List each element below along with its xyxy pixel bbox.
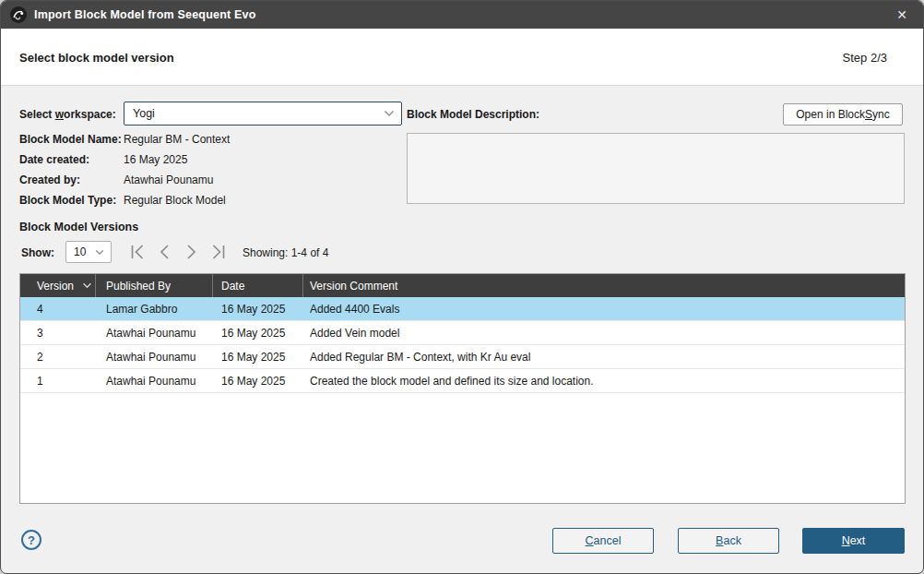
- previous-page-icon[interactable]: [154, 243, 174, 261]
- leapfrog-app-icon: [9, 6, 28, 24]
- cancel-button[interactable]: Cancel: [552, 528, 654, 554]
- pagination: [127, 243, 228, 261]
- cell-published-by: Atawhai Pounamu: [96, 375, 213, 388]
- block-model-type-label: Block Model Type:: [19, 194, 116, 207]
- step-indicator: Step 2/3: [843, 51, 887, 65]
- show-label: Show:: [21, 246, 54, 259]
- sort-descending-icon: [82, 282, 92, 289]
- workspace-dropdown[interactable]: Yogi: [124, 102, 402, 126]
- showing-range-text: Showing: 1-4 of 4: [243, 246, 328, 259]
- cell-version: 2: [20, 351, 96, 364]
- column-header-version-comment[interactable]: Version Comment: [303, 274, 905, 297]
- table-row-version-3[interactable]: 3 Atawhai Pounamu 16 May 2025 Added Vein…: [20, 321, 905, 345]
- created-by-value: Atawhai Pounamu: [124, 173, 213, 186]
- column-header-date[interactable]: Date: [213, 274, 303, 297]
- block-model-type-value: Regular Block Model: [124, 194, 226, 207]
- block-model-versions-title: Block Model Versions: [19, 221, 138, 233]
- block-model-name-label: Block Model Name:: [19, 133, 122, 146]
- close-icon[interactable]: ✕: [881, 1, 923, 29]
- cell-comment: Added Regular BM - Context, with Kr Au e…: [303, 351, 905, 364]
- back-button[interactable]: Back: [678, 528, 779, 554]
- window-title: Import Block Model from Seequent Evo: [34, 8, 256, 21]
- show-count-value: 10: [74, 245, 86, 258]
- column-header-version[interactable]: Version: [20, 274, 96, 297]
- table-row-version-4[interactable]: 4 Lamar Gabbro 16 May 2025 Added 4400 Ev…: [20, 297, 905, 321]
- cell-version: 4: [20, 303, 96, 316]
- cell-date: 16 May 2025: [213, 351, 303, 364]
- block-model-name-value: Regular BM - Context: [124, 133, 230, 146]
- cell-published-by: Lamar Gabbro: [96, 303, 213, 316]
- cell-comment: Added 4400 Evals: [303, 303, 905, 316]
- created-by-label: Created by:: [19, 173, 80, 186]
- page-header: Select block model version Step 2/3: [1, 29, 923, 86]
- date-created-value: 16 May 2025: [124, 153, 187, 166]
- block-model-description-box: [407, 133, 905, 204]
- cell-comment: Created the block model and defined its …: [303, 375, 905, 388]
- chevron-down-icon: [95, 249, 104, 256]
- block-model-description-label: Block Model Description:: [407, 108, 539, 121]
- versions-table-header: Version Published By Date Version Commen…: [20, 274, 905, 297]
- open-in-blocksync-button[interactable]: Open in BlockSync: [783, 103, 903, 126]
- cell-date: 16 May 2025: [213, 375, 303, 388]
- import-block-model-dialog: Import Block Model from Seequent Evo ✕ S…: [0, 0, 924, 574]
- versions-table: Version Published By Date Version Commen…: [19, 273, 906, 504]
- next-button[interactable]: Next: [802, 528, 905, 554]
- column-header-published-by[interactable]: Published By: [96, 274, 213, 297]
- first-page-icon[interactable]: [127, 243, 148, 261]
- cell-date: 16 May 2025: [213, 327, 303, 340]
- help-icon[interactable]: ?: [21, 530, 41, 550]
- cell-published-by: Atawhai Pounamu: [96, 327, 213, 340]
- cell-date: 16 May 2025: [213, 303, 303, 316]
- show-count-dropdown[interactable]: 10: [65, 241, 112, 263]
- last-page-icon[interactable]: [207, 243, 228, 261]
- cell-comment: Added Vein model: [303, 327, 905, 340]
- next-page-icon[interactable]: [181, 243, 201, 261]
- table-row-version-1[interactable]: 1 Atawhai Pounamu 16 May 2025 Created th…: [20, 369, 905, 393]
- page-title: Select block model version: [19, 51, 174, 65]
- date-created-label: Date created:: [19, 153, 89, 166]
- select-workspace-label: Select workspace:: [19, 108, 116, 121]
- titlebar: Import Block Model from Seequent Evo ✕: [1, 1, 923, 29]
- table-row-version-2[interactable]: 2 Atawhai Pounamu 16 May 2025 Added Regu…: [20, 345, 905, 369]
- cell-version: 3: [20, 327, 96, 340]
- workspace-dropdown-value: Yogi: [133, 107, 155, 120]
- chevron-down-icon: [384, 110, 395, 117]
- cell-version: 1: [20, 375, 96, 388]
- cell-published-by: Atawhai Pounamu: [96, 351, 213, 364]
